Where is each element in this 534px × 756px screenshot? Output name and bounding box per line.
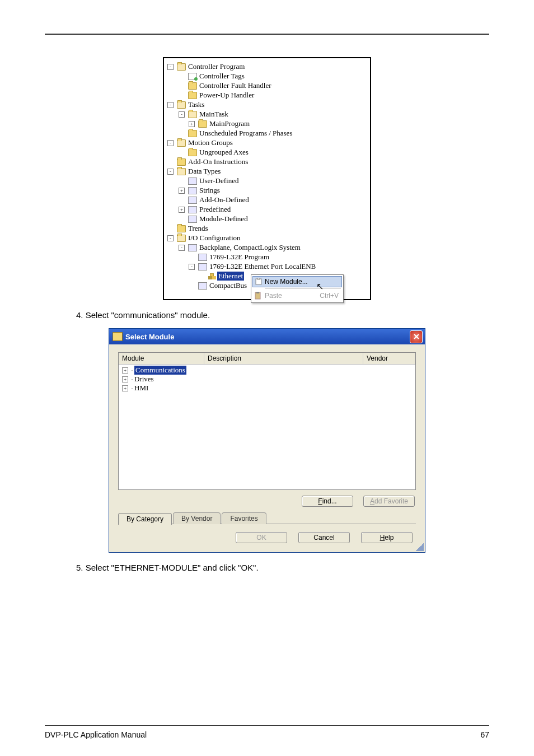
- tree-label: 1769-L32E Ethernet Port LocalENB: [209, 262, 316, 271]
- close-button[interactable]: [410, 330, 423, 343]
- tree-node[interactable]: -Backplane, CompactLogix System: [166, 242, 368, 252]
- folder-open-icon: [177, 168, 186, 175]
- tree-node[interactable]: -Tasks: [166, 100, 368, 109]
- tree-label: Trends: [188, 224, 208, 233]
- list-header: Module Description Vendor: [119, 353, 415, 365]
- tree-label: MainTask: [199, 110, 228, 119]
- chip-icon: [188, 206, 197, 213]
- list-label: HMI: [134, 384, 148, 393]
- ctx-paste-shortcut: Ctrl+V: [320, 292, 339, 300]
- tree-node[interactable]: Controller Tags: [166, 71, 368, 81]
- col-description[interactable]: Description: [204, 353, 363, 364]
- expand-box[interactable]: -: [167, 102, 174, 108]
- step-5-text: 5. Select "ETHERNET-MODULE" and click "O…: [88, 563, 489, 572]
- tree-node[interactable]: -MainTask: [166, 109, 368, 119]
- tree-node[interactable]: -Motion Groups: [166, 138, 368, 147]
- tree-node[interactable]: Module-Defined: [166, 214, 368, 223]
- tab-favorites[interactable]: Favorites: [222, 512, 266, 524]
- ctx-new-module[interactable]: New Module...: [252, 276, 342, 287]
- chip-icon: [198, 282, 207, 290]
- footer: DVP-PLC Application Manual 67: [45, 725, 489, 739]
- dialog-title: Select Module: [125, 333, 174, 341]
- help-button[interactable]: Help: [361, 532, 413, 543]
- list-body: +··Communications+··Drives+··HMI: [119, 365, 415, 394]
- tree-label: Add-On-Defined: [199, 195, 249, 204]
- folder-icon: [177, 225, 186, 232]
- tree-label: 1769-L32E Program: [209, 253, 269, 262]
- expand-box[interactable]: -: [189, 264, 195, 270]
- tree-node[interactable]: Add-On Instructions: [166, 157, 368, 166]
- tree-node[interactable]: -I/O Configuration: [166, 233, 368, 242]
- tree-node[interactable]: +Strings: [166, 185, 368, 195]
- find-rest: ind...: [322, 497, 337, 505]
- tree-node[interactable]: -1769-L32E Ethernet Port LocalENB: [166, 262, 368, 271]
- tree-label: Predefined: [199, 205, 231, 214]
- select-module-dialog: Select Module Module Description Vendor …: [109, 328, 425, 553]
- list-item[interactable]: +··Communications: [121, 366, 413, 375]
- expand-box[interactable]: -: [179, 245, 185, 251]
- col-module[interactable]: Module: [119, 353, 204, 364]
- tree-node[interactable]: Controller Fault Handler: [166, 81, 368, 90]
- cancel-button[interactable]: Cancel: [298, 532, 350, 543]
- ctx-separator: [265, 288, 341, 289]
- expand-box[interactable]: +: [179, 207, 185, 213]
- expand-box[interactable]: +: [189, 121, 195, 127]
- expand-box[interactable]: +: [179, 188, 185, 194]
- eth-icon: [208, 273, 215, 279]
- find-row: Find... Add Favorite: [118, 490, 416, 510]
- tree-node[interactable]: -Controller Program: [166, 62, 368, 71]
- expand-box[interactable]: -: [179, 111, 185, 118]
- expand-box[interactable]: -: [167, 169, 174, 175]
- expand-box[interactable]: +: [122, 367, 128, 374]
- list-label: Drives: [134, 375, 154, 384]
- expand-box[interactable]: +: [122, 385, 128, 391]
- tree-label: Power-Up Handler: [199, 91, 254, 100]
- tree-node[interactable]: Power-Up Handler: [166, 90, 368, 100]
- tree-label: Ungrouped Axes: [199, 148, 249, 157]
- folder-icon: [177, 158, 186, 166]
- folder-open-icon: [177, 235, 186, 242]
- ctx-paste-label: Paste: [265, 292, 282, 300]
- tree-node[interactable]: Trends: [166, 223, 368, 233]
- tab-by-category[interactable]: By Category: [118, 513, 172, 525]
- expand-box[interactable]: -: [167, 235, 174, 241]
- tree-label: MainProgram: [209, 119, 250, 128]
- expand-box[interactable]: -: [167, 140, 174, 146]
- folder-open-icon: [177, 139, 186, 147]
- tree-node[interactable]: User-Defined: [166, 176, 368, 185]
- tree-label: Controller Program: [188, 62, 245, 71]
- folder-open-icon: [188, 111, 197, 118]
- svg-rect-3: [256, 292, 259, 293]
- tree-label: Ethernet: [217, 272, 244, 281]
- expand-box[interactable]: +: [122, 376, 128, 382]
- context-menu: New Module... Paste Ctrl+V: [251, 274, 344, 303]
- tree-label: Controller Tags: [199, 72, 245, 81]
- tree-node[interactable]: +Predefined: [166, 204, 368, 214]
- col-vendor[interactable]: Vendor: [363, 353, 415, 364]
- tree-label: Data Types: [188, 167, 221, 176]
- ctx-new-module-label: New Module...: [265, 278, 308, 286]
- tree-label: CompactBus: [209, 281, 247, 290]
- tree-label: Unscheduled Programs / Phases: [199, 129, 292, 138]
- app-icon: [113, 332, 123, 341]
- tree-node[interactable]: Ungrouped Axes: [166, 147, 368, 157]
- find-button[interactable]: Find...: [302, 496, 353, 507]
- tree-node[interactable]: +MainProgram: [166, 119, 368, 128]
- expand-box[interactable]: -: [167, 64, 174, 70]
- tree-node[interactable]: Unscheduled Programs / Phases: [166, 128, 368, 138]
- tree-node[interactable]: -Data Types: [166, 166, 368, 176]
- chip-icon: [198, 254, 207, 261]
- list-item[interactable]: +··HMI: [121, 384, 413, 393]
- tree-node[interactable]: 1769-L32E Program: [166, 252, 368, 262]
- folder-open-icon: [177, 101, 186, 109]
- chip-icon: [198, 263, 207, 270]
- tab-row: By Category By Vendor Favorites: [118, 512, 416, 524]
- chip-icon: [188, 187, 197, 194]
- tab-by-vendor[interactable]: By Vendor: [173, 512, 221, 524]
- step-4-text: 4. Select "communications" module.: [88, 310, 489, 320]
- list-item[interactable]: +··Drives: [121, 375, 413, 384]
- paste-icon: [254, 292, 262, 300]
- tree-node[interactable]: Add-On-Defined: [166, 195, 368, 204]
- module-list[interactable]: Module Description Vendor +··Communicati…: [118, 352, 416, 490]
- chip-icon: [188, 197, 197, 204]
